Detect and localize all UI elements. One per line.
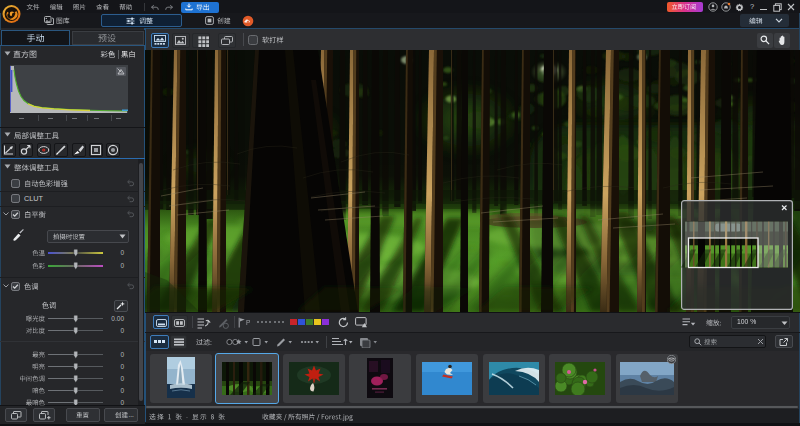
svg-text:P: P	[246, 318, 250, 325]
